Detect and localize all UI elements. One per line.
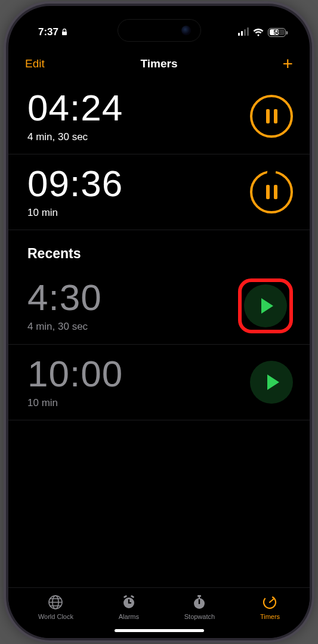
lock-icon [61,29,67,36]
svg-rect-14 [199,596,200,599]
home-indicator[interactable] [115,629,204,632]
recent-timer-row[interactable]: 4:30 4 min, 30 sec [8,268,310,345]
timer-remaining: 04:24 [27,89,123,126]
svg-rect-0 [62,32,67,35]
status-time: 7:37 [38,26,58,38]
navbar: Edit Timers + [8,54,310,79]
tab-label: Alarms [119,613,139,620]
cellular-icon [238,29,249,36]
dynamic-island [118,19,201,42]
add-timer-button[interactable]: + [282,58,293,70]
recent-label: 4 min, 30 sec [27,321,102,333]
pause-button[interactable] [250,171,293,213]
recent-label: 10 min [27,397,123,409]
stopwatch-icon [191,594,208,611]
alarm-icon [121,594,137,611]
play-icon [261,298,273,314]
svg-rect-10 [130,595,134,599]
timer-icon [261,594,278,611]
tab-label: Timers [260,613,280,620]
pause-icon [266,109,277,123]
page-title: Timers [141,57,178,70]
battery-icon: 58 [268,28,286,37]
recent-duration: 10:00 [27,355,123,392]
timer-list: 04:24 4 min, 30 sec 09:36 10 min Recents [8,79,310,638]
active-timer-row[interactable]: 09:36 10 min [8,154,310,230]
svg-rect-9 [123,595,127,599]
tab-stopwatch[interactable]: Stopwatch [184,594,215,620]
tab-timers[interactable]: Timers [260,594,280,620]
phone-frame: 7:37 58 Edit Timers + 04:24 4 min, 30 s [8,6,310,638]
start-recent-button[interactable] [250,361,293,404]
timer-label: 10 min [27,207,123,219]
edit-button[interactable]: Edit [25,57,45,70]
timer-remaining: 09:36 [27,165,123,202]
timer-label: 4 min, 30 sec [27,131,123,143]
active-timer-row[interactable]: 04:24 4 min, 30 sec [8,79,310,154]
svg-rect-12 [199,599,200,604]
tab-world-clock[interactable]: World Clock [38,594,73,620]
wifi-icon [253,29,264,36]
tab-label: Stopwatch [184,613,215,620]
tab-label: World Clock [38,613,73,620]
pause-button[interactable] [250,95,293,138]
play-icon [267,374,279,390]
tab-alarms[interactable]: Alarms [119,594,139,620]
start-recent-button[interactable] [244,284,287,327]
globe-icon [47,594,64,611]
recent-duration: 4:30 [27,279,102,316]
annotation-highlight [238,278,293,333]
pause-icon [266,185,277,199]
recents-header: Recents [8,230,310,268]
svg-rect-8 [128,602,131,603]
recent-timer-row[interactable]: 10:00 10 min [8,345,310,420]
svg-line-16 [270,599,273,602]
